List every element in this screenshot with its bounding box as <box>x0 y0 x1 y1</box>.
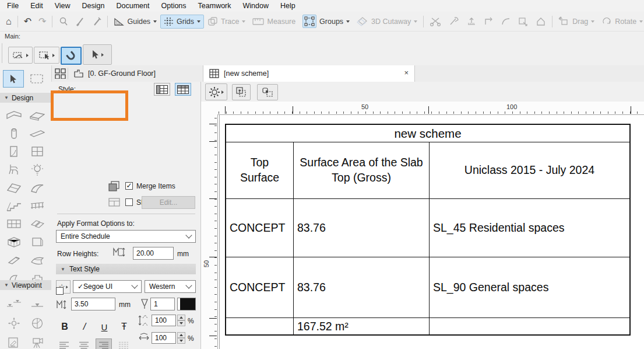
elevation-tool[interactable] <box>27 296 47 312</box>
grids-button[interactable]: Grids <box>160 15 204 29</box>
char-width-spinner[interactable] <box>177 332 185 344</box>
cutaway-button[interactable]: 3D Cutaway <box>353 14 421 29</box>
stair-tool[interactable] <box>4 198 24 214</box>
fillet-button[interactable] <box>498 15 515 29</box>
menu-document[interactable]: Document <box>111 1 156 12</box>
align-justify-button[interactable] <box>115 338 132 349</box>
pen-number-input[interactable] <box>150 298 175 310</box>
schedule-header-cell[interactable]: Uniclass 2015 - July 2024 <box>430 142 629 199</box>
tab-overview-button[interactable] <box>55 68 66 79</box>
arrow-tool-button[interactable] <box>3 70 24 88</box>
lamp-tool[interactable] <box>27 162 47 177</box>
schedule-cell[interactable]: SL_45 Residential spaces <box>430 199 629 257</box>
schedule-cell[interactable]: CONCEPT <box>226 257 294 318</box>
story-settings-tool[interactable] <box>4 296 24 312</box>
wrap-text-checkbox[interactable] <box>56 287 64 295</box>
schedule-summary-cell[interactable]: 167.52 m² <box>294 318 430 334</box>
edit-button[interactable]: Edit... <box>142 196 195 209</box>
undo-button[interactable]: ↶ <box>20 15 35 29</box>
guides-button[interactable]: Guides <box>110 15 160 29</box>
style-option-left-header-button[interactable] <box>154 83 170 96</box>
bold-button[interactable]: B <box>56 320 73 334</box>
menu-file[interactable]: File <box>1 1 24 12</box>
font-size-input[interactable] <box>71 298 115 310</box>
column-tool[interactable] <box>4 125 24 141</box>
slab-tool[interactable] <box>27 107 47 123</box>
gravity-magnet-button[interactable] <box>61 47 82 65</box>
line-spacing-input[interactable] <box>152 315 176 326</box>
menu-help[interactable]: Help <box>275 1 301 12</box>
toolbox-design-header[interactable]: ▼ Design <box>0 93 51 103</box>
marquee-tool-button[interactable] <box>28 72 45 85</box>
groups-button[interactable]: Groups <box>299 12 353 30</box>
row-height-input[interactable] <box>133 247 174 260</box>
inject-parameters-button[interactable] <box>89 14 105 29</box>
schedule-cell[interactable]: 83.76 <box>294 257 430 318</box>
wall-end-tool[interactable] <box>4 252 24 268</box>
intersect-button[interactable] <box>480 15 498 29</box>
trace-button[interactable]: Trace <box>204 15 249 29</box>
curtain-system-tool[interactable] <box>4 234 24 250</box>
tab-ground-floor[interactable]: [0. GF-Ground Floor] <box>71 65 205 82</box>
beam-tool[interactable] <box>27 125 47 141</box>
fit-to-slab-button[interactable] <box>463 14 480 29</box>
menu-view[interactable]: View <box>49 1 76 12</box>
schedule-summary-cell[interactable] <box>226 318 294 334</box>
style-option-top-header-button[interactable] <box>175 83 191 96</box>
schedule-cell[interactable]: SL_90 General spaces <box>430 257 629 318</box>
orientation-tool[interactable] <box>27 315 47 331</box>
resize-button[interactable] <box>515 15 532 29</box>
schedule-cell[interactable]: CONCEPT <box>226 199 294 257</box>
marquee-options-button[interactable] <box>8 47 33 64</box>
script-select[interactable]: Western <box>145 280 196 293</box>
redo-button[interactable]: ↷ <box>35 15 50 29</box>
select-linked-elements-button[interactable] <box>257 84 278 100</box>
shell-tool[interactable] <box>27 180 47 196</box>
merge-items-checkbox[interactable]: ✓ <box>125 182 133 190</box>
schedule-header-cell[interactable]: Surface Area of the Slab Top (Gross) <box>294 142 430 199</box>
font-select[interactable]: ✓Segoe UI <box>73 280 142 293</box>
selection-options-button[interactable] <box>34 47 59 64</box>
camera-tool[interactable] <box>27 334 47 349</box>
strikethrough-button[interactable]: Ŧ <box>115 320 133 334</box>
home-button[interactable]: ⌂ <box>2 15 15 29</box>
wall-tool[interactable] <box>4 107 24 123</box>
edit-in-place-button[interactable] <box>532 15 550 29</box>
rotate-button[interactable]: Rotate <box>598 14 644 29</box>
adjust-button[interactable] <box>445 14 463 29</box>
window-tool[interactable] <box>27 144 47 159</box>
align-left-button[interactable] <box>56 338 72 349</box>
skylight-tool[interactable] <box>27 216 47 232</box>
apply-format-select[interactable]: Entire Schedule <box>56 230 196 243</box>
schedule-summary-cell[interactable] <box>430 318 629 334</box>
tab-new-scheme[interactable]: [new scheme] × <box>203 65 415 82</box>
opening-tool[interactable] <box>27 234 47 250</box>
scheme-settings-button[interactable] <box>205 83 227 100</box>
roof-tool[interactable] <box>4 180 24 196</box>
schedule-header-cell[interactable]: Top Surface <box>226 142 294 199</box>
toolbar-handle[interactable] <box>2 43 2 63</box>
curtain-wall-tool[interactable] <box>4 216 24 232</box>
menu-teamwork[interactable]: Teamwork <box>192 1 237 12</box>
arrow-tool-flyout-button[interactable] <box>83 44 112 65</box>
object-tool[interactable] <box>4 162 24 177</box>
italic-button[interactable]: / <box>76 320 93 334</box>
pen-color-swatch[interactable] <box>177 298 196 310</box>
menu-options[interactable]: Options <box>155 1 192 12</box>
split-button[interactable] <box>426 14 445 29</box>
show-headline-checkbox[interactable] <box>125 198 133 206</box>
menu-design[interactable]: Design <box>76 1 111 12</box>
char-width-input[interactable] <box>152 332 176 344</box>
align-right-button[interactable] <box>96 338 112 349</box>
line-spacing-spinner[interactable] <box>177 315 185 326</box>
schedule-title-cell[interactable]: new scheme <box>226 125 629 142</box>
menu-edit[interactable]: Edit <box>24 1 49 12</box>
align-center-button[interactable] <box>76 338 92 349</box>
text-style-header[interactable]: ▼ Text Style <box>56 264 196 274</box>
tab-close-icon[interactable]: × <box>404 68 409 77</box>
railing-tool[interactable] <box>27 198 47 214</box>
toolbox-viewpoint-header[interactable]: ▼ Viewpoint <box>0 280 51 290</box>
find-select-button[interactable] <box>55 14 72 29</box>
navigate-tool[interactable] <box>4 315 24 331</box>
select-same-type-button[interactable] <box>232 84 251 100</box>
